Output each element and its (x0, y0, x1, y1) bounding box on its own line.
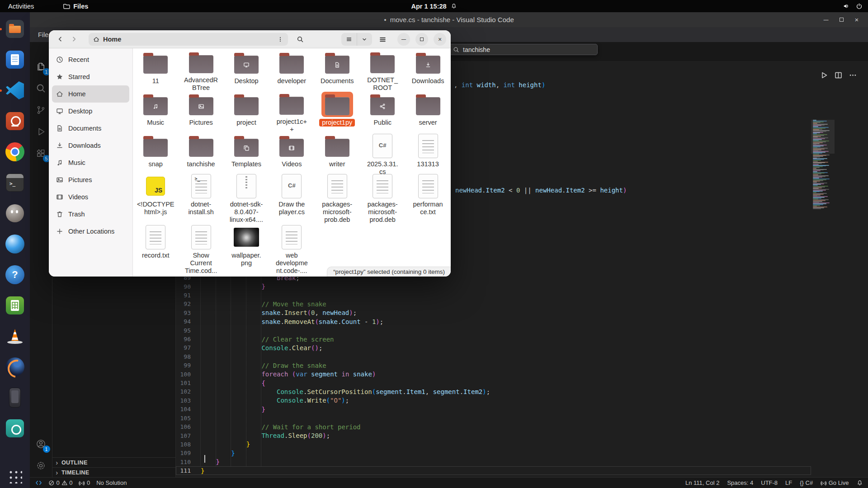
clock[interactable]: Apr 1 15:28 (411, 3, 457, 10)
panel-timeline[interactable]: ›TIMELINE (52, 467, 175, 477)
list-view-button[interactable] (341, 33, 357, 46)
status-language-mode[interactable]: {} C# (800, 479, 813, 486)
dock-icon-impress[interactable] (3, 109, 27, 133)
system-tray[interactable] (843, 3, 863, 9)
dock-icon-firefox[interactable] (3, 355, 27, 379)
file-item[interactable]: Pictures (178, 92, 223, 133)
file-item[interactable]: project1c+ + (269, 92, 314, 133)
dock-icon-terminal[interactable] (3, 171, 27, 194)
quick-open-input[interactable]: tanchishe (448, 44, 598, 55)
file-item[interactable]: record.txt (133, 225, 178, 277)
vscode-close-button[interactable]: × (849, 12, 864, 27)
view-options-button[interactable] (357, 33, 373, 46)
file-item[interactable]: C#Draw the player.cs (269, 174, 314, 225)
file-item[interactable]: project (224, 92, 269, 133)
dock-icon-vlc[interactable] (3, 324, 27, 348)
file-item[interactable]: 11 (133, 50, 178, 92)
editor-action-more-actions[interactable] (849, 71, 857, 80)
back-button[interactable] (53, 33, 67, 46)
file-item[interactable]: project1py (315, 92, 360, 133)
file-item[interactable]: Public (360, 92, 405, 133)
status-notifications[interactable] (857, 480, 863, 486)
file-item[interactable]: performan ce.txt (405, 174, 450, 225)
sidebar-item-home[interactable]: Home (52, 85, 129, 103)
vscode-minimize-button[interactable]: ─ (818, 12, 834, 27)
minimap[interactable] (811, 61, 835, 477)
file-item[interactable]: packages- microsoft- prob.deb (315, 174, 360, 225)
files-headerbar[interactable]: Home ─ × (49, 30, 451, 48)
file-item[interactable]: Show Current Time.cod... (178, 225, 223, 277)
status-remote-indicator[interactable] (35, 479, 42, 486)
vscode-maximize-button[interactable] (834, 12, 849, 27)
sidebar-item-documents[interactable]: Documents (52, 120, 129, 137)
search-button[interactable] (293, 33, 307, 46)
hamburger-menu-button[interactable] (376, 33, 389, 46)
activity-account[interactable]: 1 (30, 433, 52, 455)
file-item[interactable]: snap (133, 133, 178, 174)
dock-icon-help[interactable] (3, 263, 27, 286)
sidebar-item-videos[interactable]: Videos (52, 188, 129, 206)
file-item[interactable]: Documents (315, 50, 360, 92)
forward-button[interactable] (67, 33, 80, 46)
dock-icon-dark-panel-app[interactable] (3, 386, 27, 409)
activities-button[interactable]: Activities (0, 0, 42, 12)
activity-settings[interactable] (30, 455, 52, 476)
dock-icon-chrome[interactable] (3, 140, 27, 164)
file-item[interactable]: writer (315, 133, 360, 174)
sidebar-item-desktop[interactable]: Desktop (52, 103, 129, 120)
status-indentation[interactable]: Spaces: 4 (727, 479, 753, 486)
status-solution-status[interactable]: No Solution (96, 479, 127, 486)
dock-icon-files[interactable] (3, 17, 27, 41)
sidebar-item-music[interactable]: Music (52, 154, 129, 171)
sidebar-item-other-locations[interactable]: Other Locations (52, 223, 129, 240)
status-ports[interactable]: 0 (79, 479, 90, 486)
file-item[interactable]: DOTNET_ ROOT (360, 50, 405, 92)
sidebar-item-trash[interactable]: Trash (52, 206, 129, 223)
file-item[interactable]: 131313 (405, 133, 450, 174)
status-problems[interactable]: 00 (48, 479, 72, 486)
location-bar[interactable]: Home (89, 33, 288, 46)
editor-action-split-editor[interactable] (834, 71, 843, 80)
file-item[interactable]: Templates (224, 133, 269, 174)
file-item[interactable]: web developme nt.code-.... (269, 225, 314, 277)
path-menu-kebab-icon[interactable] (277, 36, 283, 42)
editor-lines[interactable]: 89break;90}9192// Move the snake93snake.… (176, 273, 811, 475)
sidebar-item-recent[interactable]: Recent (52, 51, 129, 68)
panel-outline[interactable]: ›OUTLINE (52, 457, 175, 467)
file-item[interactable]: wallpaper. png (224, 225, 269, 277)
dock-icon-teal-app[interactable] (3, 417, 27, 440)
file-item[interactable]: Videos (269, 133, 314, 174)
file-item[interactable]: C#2025.3.31. cs (360, 133, 405, 174)
files-minimize-button[interactable]: ─ (397, 33, 410, 46)
sidebar-item-downloads[interactable]: Downloads (52, 137, 129, 154)
file-item[interactable]: Desktop (224, 50, 269, 92)
file-item[interactable]: server (405, 92, 450, 133)
status-encoding[interactable]: UTF-8 (761, 479, 778, 486)
dock-icon-gimp[interactable] (3, 202, 27, 225)
dock-icon-blue-sphere-app[interactable] (3, 232, 27, 256)
dock-icon-text-editor[interactable] (3, 48, 27, 71)
sidebar-item-starred[interactable]: Starred (52, 68, 129, 85)
file-item[interactable]: tanchishe (178, 133, 223, 174)
dock-icon-calc[interactable] (3, 294, 27, 317)
sidebar-item-pictures[interactable]: Pictures (52, 171, 129, 188)
file-item[interactable]: dotnet-sdk- 8.0.407- linux-x64.... (224, 174, 269, 225)
topbar-power-icon[interactable] (856, 3, 863, 9)
file-item[interactable]: packages- microsoft- prod.deb (360, 174, 405, 225)
dock-icon-vscode[interactable] (3, 79, 27, 102)
app-menu-files[interactable]: Files (63, 3, 88, 10)
vscode-titlebar[interactable]: ● move.cs - tanchishe - Visual Studio Co… (30, 12, 868, 27)
file-item[interactable]: AdvancedR BTree (178, 50, 223, 92)
files-close-button[interactable]: × (434, 33, 446, 46)
file-item[interactable]: JS<!DOCTYPE html>.js (133, 174, 178, 225)
file-item[interactable]: developer (269, 50, 314, 92)
status-go-live[interactable]: Go Live (821, 479, 849, 486)
editor-action-run[interactable] (820, 71, 828, 80)
file-item[interactable]: Downloads (405, 50, 450, 92)
status-cursor-position[interactable]: Ln 111, Col 2 (685, 479, 719, 486)
file-item[interactable]: >_dotnet- install.sh (178, 174, 223, 225)
show-applications-button[interactable] (8, 469, 22, 483)
topbar-volume-icon[interactable] (843, 3, 849, 9)
files-maximize-button[interactable] (415, 33, 428, 46)
status-eol[interactable]: LF (785, 479, 792, 486)
